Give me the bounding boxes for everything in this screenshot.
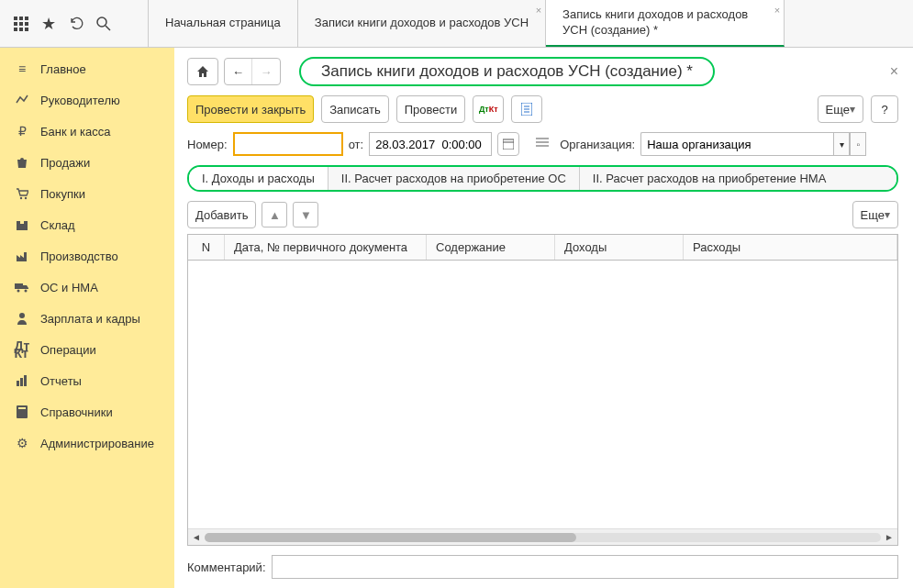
header-fields: Номер: от: Организация: ▾ ▫ xyxy=(187,132,898,156)
org-dropdown-button[interactable]: ▾ xyxy=(833,132,850,156)
help-button[interactable]: ? xyxy=(871,95,898,123)
chart-icon xyxy=(13,91,31,109)
book-icon xyxy=(13,403,31,421)
svg-rect-15 xyxy=(15,283,23,289)
history-icon[interactable] xyxy=(62,10,90,38)
subtab-os[interactable]: II. Расчет расходов на приобретение ОС xyxy=(328,167,580,190)
calendar-button[interactable] xyxy=(497,132,519,156)
table: N Дата, № первичного документа Содержани… xyxy=(187,234,898,546)
save-button[interactable]: Записать xyxy=(321,95,389,123)
org-combo: ▾ ▫ xyxy=(640,132,866,156)
svg-point-18 xyxy=(19,313,25,318)
nav-back-forward: ← → xyxy=(224,58,281,85)
post-and-close-button[interactable]: Провести и закрыть xyxy=(187,95,314,123)
col-content[interactable]: Содержание xyxy=(427,235,555,260)
sidebar-item-purchases[interactable]: Покупки xyxy=(0,178,174,209)
col-income[interactable]: Доходы xyxy=(555,235,684,260)
scroll-right-icon[interactable]: ► xyxy=(885,532,894,542)
subtab-income-expense[interactable]: I. Доходы и расходы xyxy=(189,167,328,190)
svg-point-17 xyxy=(25,290,28,293)
svg-line-10 xyxy=(106,26,110,30)
cart-icon xyxy=(13,184,31,203)
date-input[interactable] xyxy=(369,132,492,156)
main-content: ← → Запись книги доходов и расходов УСН … xyxy=(174,48,913,588)
svg-rect-21 xyxy=(24,375,27,386)
svg-rect-4 xyxy=(19,22,23,26)
star-icon[interactable]: ★ xyxy=(35,10,62,38)
comment-row: Комментарий: xyxy=(187,555,898,579)
svg-rect-19 xyxy=(17,381,19,386)
factory-icon xyxy=(13,247,31,265)
svg-rect-20 xyxy=(20,378,23,386)
svg-rect-2 xyxy=(25,17,28,20)
table-toolbar: Добавить ▲ ▼ Еще ▾ xyxy=(187,201,898,228)
sidebar-item-manager[interactable]: Руководителю xyxy=(0,84,174,116)
more-button[interactable]: Еще ▾ xyxy=(818,95,863,123)
person-icon xyxy=(13,309,31,327)
comment-label: Комментарий: xyxy=(187,560,266,574)
tab-create[interactable]: Запись книги доходов и расходов УСН (соз… xyxy=(546,0,785,47)
close-page-button[interactable]: × xyxy=(890,63,898,80)
h-scrollbar[interactable]: ◄ ► xyxy=(188,528,897,545)
attach-button[interactable] xyxy=(511,95,542,123)
subtab-nma[interactable]: II. Расчет расходов на приобретение НМА xyxy=(580,167,896,190)
subtab-strip: I. Доходы и расходы II. Расчет расходов … xyxy=(187,165,898,192)
org-input[interactable] xyxy=(640,132,833,156)
tab-home[interactable]: Начальная страница xyxy=(149,0,298,47)
sidebar-item-warehouse[interactable]: Склад xyxy=(0,209,174,240)
sidebar-item-production[interactable]: Производство xyxy=(0,240,174,272)
post-button[interactable]: Провести xyxy=(396,95,466,123)
comment-input[interactable] xyxy=(272,555,899,579)
svg-rect-23 xyxy=(18,407,26,409)
list-icon[interactable] xyxy=(536,138,549,151)
page-title: Запись книги доходов и расходов УСН (соз… xyxy=(299,57,715,86)
number-input[interactable] xyxy=(233,132,343,156)
svg-point-11 xyxy=(20,197,22,199)
number-label: Номер: xyxy=(187,138,228,151)
back-button[interactable]: ← xyxy=(225,59,252,84)
sidebar-item-assets[interactable]: ОС и НМА xyxy=(0,272,174,303)
svg-rect-1 xyxy=(19,17,23,20)
table-body[interactable] xyxy=(188,261,897,528)
sidebar-item-main[interactable]: ≡Главное xyxy=(0,53,174,84)
forward-button[interactable]: → xyxy=(252,59,280,84)
dtkt-button[interactable]: ДтКт xyxy=(473,95,504,123)
scroll-left-icon[interactable]: ◄ xyxy=(192,532,201,542)
svg-rect-28 xyxy=(503,139,514,150)
sidebar-item-reports[interactable]: Отчеты xyxy=(0,365,174,396)
col-expense[interactable]: Расходы xyxy=(684,235,897,260)
sidebar-item-bank[interactable]: ₽Банк и касса xyxy=(0,116,174,147)
svg-point-9 xyxy=(97,17,106,27)
bag-icon xyxy=(13,153,31,172)
svg-rect-3 xyxy=(14,22,17,26)
gear-icon: ⚙ xyxy=(13,434,31,452)
search-icon[interactable] xyxy=(90,10,117,38)
org-label: Организация: xyxy=(560,138,635,151)
dtkt-icon: ДтКт xyxy=(13,340,31,359)
sidebar-item-hr[interactable]: Зарплата и кадры xyxy=(0,303,174,334)
ruble-icon: ₽ xyxy=(13,122,31,140)
close-icon[interactable]: × xyxy=(774,4,780,17)
box-icon xyxy=(13,216,31,234)
sidebar-item-sales[interactable]: Продажи xyxy=(0,147,174,178)
table-more-button[interactable]: Еще ▾ xyxy=(852,201,898,228)
action-toolbar: Провести и закрыть Записать Провести ДтК… xyxy=(187,95,898,123)
move-down-button[interactable]: ▼ xyxy=(293,202,318,227)
home-button[interactable] xyxy=(187,58,218,85)
close-icon[interactable]: × xyxy=(536,4,541,17)
sidebar-item-admin[interactable]: ⚙Администрирование xyxy=(0,427,174,459)
sidebar-item-operations[interactable]: ДтКтОперации xyxy=(0,334,174,365)
tab-strip: Начальная страница Записи книги доходов … xyxy=(149,0,913,47)
svg-rect-14 xyxy=(20,221,24,224)
svg-rect-8 xyxy=(25,28,28,31)
svg-point-16 xyxy=(17,290,20,293)
move-up-button[interactable]: ▲ xyxy=(262,202,287,227)
sidebar-item-reference[interactable]: Справочники xyxy=(0,396,174,427)
bars-icon xyxy=(13,372,31,390)
org-open-button[interactable]: ▫ xyxy=(850,132,866,156)
add-row-button[interactable]: Добавить xyxy=(187,201,256,228)
col-n[interactable]: N xyxy=(188,235,225,260)
tab-list[interactable]: Записи книги доходов и расходов УСН× xyxy=(298,0,546,47)
apps-icon[interactable] xyxy=(7,10,35,38)
col-doc[interactable]: Дата, № первичного документа xyxy=(225,235,427,260)
